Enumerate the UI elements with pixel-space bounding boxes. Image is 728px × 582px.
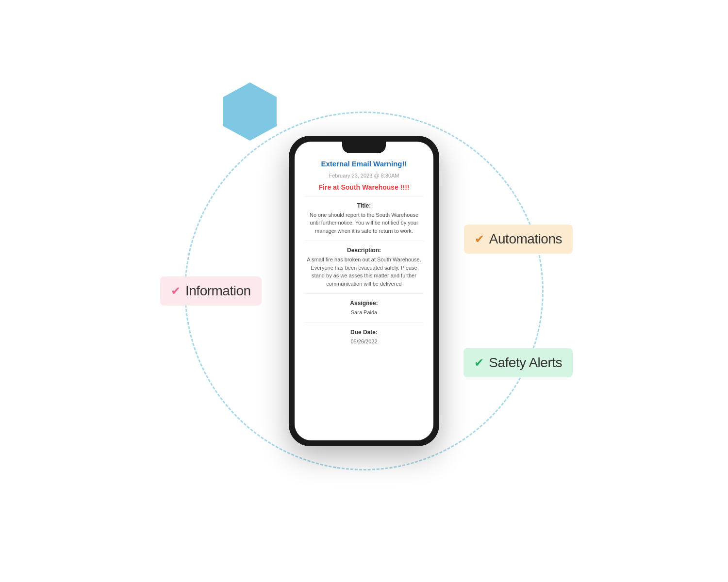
title-label: Title:: [304, 202, 424, 209]
safety-label: Safety Alerts: [489, 355, 562, 371]
assignee-value: Sara Paida: [304, 308, 424, 317]
phone-device: External Email Warning!! February 23, 20…: [289, 136, 439, 446]
phone-screen: External Email Warning!! February 23, 20…: [295, 142, 433, 440]
email-warning-title: External Email Warning!!: [304, 159, 424, 169]
automations-label: Automations: [489, 231, 562, 247]
description-section: Description: A small fire has broken out…: [304, 247, 424, 294]
phone-content: External Email Warning!! February 23, 20…: [295, 142, 433, 440]
automations-checkmark: ✔: [475, 232, 484, 246]
information-badge: ✔ Information: [160, 276, 262, 306]
description-text: A small fire has broken out at South War…: [304, 256, 424, 288]
main-scene: External Email Warning!! February 23, 20…: [146, 53, 582, 529]
information-label: Information: [185, 283, 251, 299]
phone-notch: [342, 142, 386, 153]
automations-badge: ✔ Automations: [464, 225, 573, 254]
due-date-section: Due Date: 05/26/2022: [304, 329, 424, 352]
due-date-label: Due Date:: [304, 329, 424, 336]
description-label: Description:: [304, 247, 424, 254]
message-timestamp: February 23, 2023 @ 8:30AM: [304, 173, 424, 178]
due-date-value: 05/26/2022: [304, 338, 424, 346]
assignee-section: Assignee: Sara Paida: [304, 300, 424, 323]
information-checkmark: ✔: [171, 284, 181, 298]
title-text: No one should report to the South Wareho…: [304, 211, 424, 235]
safety-checkmark: ✔: [474, 356, 484, 370]
title-section: Title: No one should report to the South…: [304, 202, 424, 242]
assignee-label: Assignee:: [304, 300, 424, 307]
fire-alert-title: Fire at South Warehouse !!!!: [304, 183, 424, 196]
hex-decoration: [223, 82, 277, 141]
safety-alerts-badge: ✔ Safety Alerts: [463, 348, 573, 377]
